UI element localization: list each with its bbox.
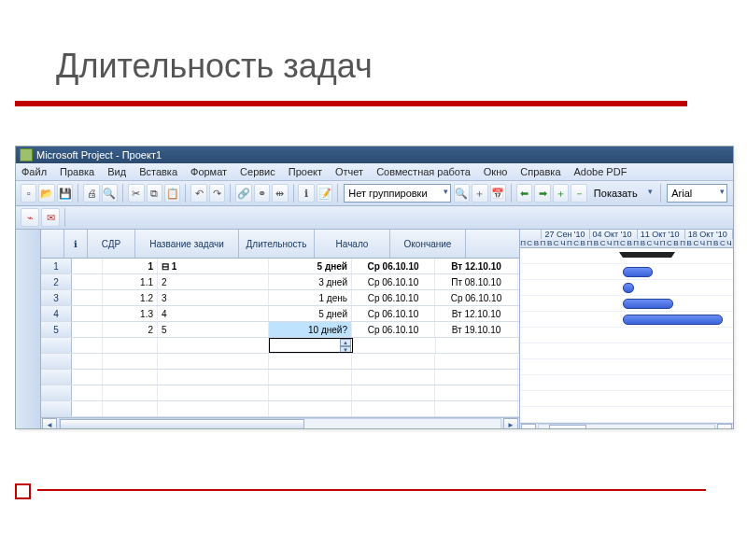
cell-duration[interactable]: 1 день <box>269 290 352 305</box>
day-header[interactable]: П <box>520 239 527 247</box>
cell-info[interactable] <box>72 274 103 289</box>
copy-icon[interactable]: ⧉ <box>147 184 162 203</box>
open-icon[interactable]: 📂 <box>38 184 54 203</box>
scroll-left-icon[interactable]: ◄ <box>42 418 57 429</box>
table-row[interactable] <box>41 401 519 417</box>
cell-info[interactable] <box>72 306 103 321</box>
task-bar[interactable] <box>623 315 723 325</box>
day-header[interactable]: П <box>680 239 686 247</box>
week-header[interactable]: 11 Окт '10 <box>638 230 685 239</box>
unlink-icon[interactable]: ⚭ <box>254 184 270 203</box>
cell-wbs[interactable]: 1.3 <box>103 306 158 321</box>
undo-icon[interactable]: ↶ <box>190 184 206 203</box>
day-header[interactable]: В <box>686 239 693 247</box>
gantt-body[interactable] <box>520 248 733 423</box>
week-header[interactable] <box>520 230 542 239</box>
day-header[interactable]: Ч <box>699 239 706 247</box>
menu-adobepdf[interactable]: Adobe PDF <box>574 166 627 177</box>
cell-wbs[interactable]: 2 <box>103 322 158 337</box>
day-header[interactable]: В <box>533 239 540 247</box>
task-bar[interactable] <box>623 267 653 277</box>
gantt-row[interactable] <box>520 248 733 264</box>
cell-start[interactable]: Ср 06.10.10 <box>352 290 435 305</box>
table-row[interactable] <box>41 370 519 385</box>
gantt-row[interactable] <box>520 407 733 423</box>
day-header[interactable]: С <box>600 239 607 247</box>
font-combo[interactable]: Arial <box>667 184 727 203</box>
day-header[interactable]: В <box>640 239 646 247</box>
split-icon[interactable]: ⇹ <box>272 184 288 203</box>
cell-start[interactable]: Ср 06.10.10 <box>352 322 435 337</box>
day-header[interactable]: В <box>673 239 680 247</box>
day-header[interactable]: П <box>660 239 667 247</box>
menu-collab[interactable]: Совместная работа <box>376 166 471 177</box>
spin-down-icon[interactable]: ▼ <box>340 346 351 353</box>
col-wbs[interactable]: СДР <box>88 230 135 258</box>
day-header[interactable]: В <box>593 239 599 247</box>
table-row[interactable]: 21.123 днейСр 06.10.10Пт 08.10.10 <box>41 274 519 290</box>
paste-icon[interactable]: 📋 <box>164 184 180 203</box>
table-row[interactable] <box>41 354 519 370</box>
day-header[interactable]: П <box>613 239 620 247</box>
note-icon[interactable]: 📝 <box>317 184 332 203</box>
cell-name[interactable]: 5 <box>158 322 269 337</box>
task-bar[interactable] <box>623 283 634 293</box>
spin-up-icon[interactable]: ▲ <box>340 339 351 346</box>
day-header[interactable]: П <box>567 239 573 247</box>
spinner[interactable]: ▲▼ <box>340 339 351 352</box>
menu-project[interactable]: Проект <box>289 166 322 177</box>
day-header[interactable]: В <box>713 239 720 247</box>
day-header[interactable]: В <box>547 239 554 247</box>
cell-name[interactable]: ⊟ 1 <box>158 259 269 273</box>
preview-icon[interactable]: 🔍 <box>102 184 118 203</box>
redo-icon[interactable]: ↷ <box>209 184 225 203</box>
gantt-row[interactable] <box>520 391 733 407</box>
cell-name[interactable]: 2 <box>158 274 269 289</box>
gantt-row[interactable] <box>520 296 733 312</box>
timescale[interactable]: 27 Сен '1004 Окт '1011 Окт '1018 Окт '10… <box>520 230 733 248</box>
day-header[interactable]: С <box>620 239 627 247</box>
pdf-icon[interactable]: ⌁ <box>21 208 39 227</box>
outdent-left-icon[interactable]: ⬅ <box>516 184 532 203</box>
cell-end[interactable]: Вт 12.10.10 <box>435 259 518 273</box>
menu-edit[interactable]: Правка <box>60 166 94 177</box>
day-header[interactable]: С <box>527 239 533 247</box>
info-icon[interactable]: ℹ <box>298 184 314 203</box>
table-row[interactable]: 41.345 днейСр 06.10.10Вт 12.10.10 <box>41 306 519 322</box>
minus-icon[interactable]: － <box>571 184 586 203</box>
cell-end[interactable]: Ср 06.10.10 <box>435 290 518 305</box>
table-row[interactable]: ▲▼ <box>41 338 519 354</box>
sheet-body[interactable]: 11⊟ 15 днейСр 06.10.10Вт 12.10.1021.123 … <box>41 259 519 417</box>
cut-icon[interactable]: ✂ <box>128 184 144 203</box>
new-icon[interactable]: ▫ <box>21 184 36 203</box>
task-bar[interactable] <box>623 299 673 309</box>
menu-file[interactable]: Файл <box>21 166 47 177</box>
menu-format[interactable]: Формат <box>190 166 227 177</box>
cell-duration[interactable]: 5 дней <box>269 259 352 273</box>
row-number[interactable]: 5 <box>41 322 72 337</box>
day-header[interactable]: В <box>580 239 586 247</box>
cell-info[interactable] <box>72 290 103 305</box>
week-header[interactable]: 27 Сен '10 <box>542 230 589 239</box>
scroll-right-icon[interactable]: ► <box>503 418 518 429</box>
col-duration[interactable]: Длительность <box>239 230 315 258</box>
day-header[interactable]: Ч <box>607 239 613 247</box>
active-cell[interactable]: ▲▼ <box>269 338 353 353</box>
day-header[interactable]: С <box>646 239 653 247</box>
col-start[interactable]: Начало <box>315 230 390 258</box>
cell-name[interactable]: 4 <box>158 306 269 321</box>
day-header[interactable]: С <box>573 239 580 247</box>
row-number[interactable] <box>41 338 72 353</box>
day-header[interactable]: П <box>540 239 546 247</box>
day-header[interactable]: Ч <box>726 239 733 247</box>
cell-start[interactable]: Ср 06.10.10 <box>352 306 435 321</box>
plus-icon[interactable]: ＋ <box>553 184 569 203</box>
cell-wbs[interactable]: 1.1 <box>103 274 158 289</box>
gantt-row[interactable] <box>520 264 733 280</box>
col-end[interactable]: Окончание <box>390 230 466 258</box>
cell-end[interactable]: Вт 12.10.10 <box>435 306 518 321</box>
print-icon[interactable]: 🖨 <box>83 184 99 203</box>
day-header[interactable]: С <box>720 239 726 247</box>
cell-duration[interactable]: 3 дней <box>269 274 352 289</box>
menu-view[interactable]: Вид <box>107 166 126 177</box>
